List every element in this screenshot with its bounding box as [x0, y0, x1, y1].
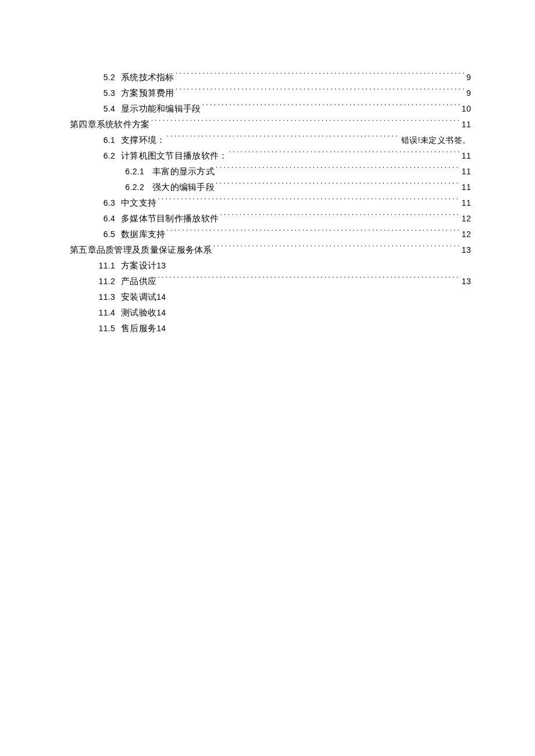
toc-entry-page: 13: [461, 242, 471, 258]
toc-entry-title: 数据库支持: [121, 227, 166, 242]
toc-entry-title: 售后服务: [121, 321, 156, 336]
toc-entry[interactable]: 第四章系统软件方案11: [70, 117, 471, 132]
toc-entry-page: 10: [461, 101, 471, 117]
toc-entry-title: 方案设计: [121, 258, 156, 274]
document-page: 5.2系统技术指标95.3方案预算费用95.4显示功能和编辑手段10第四章系统软…: [0, 0, 535, 756]
toc-entry-page: 11: [461, 164, 471, 180]
toc-entry-page: 13: [461, 274, 471, 289]
toc-entry-title: 第五章品质管理及质量保证服务体系: [70, 242, 212, 258]
toc-entry-number: 6.4: [94, 211, 115, 227]
toc-entry-number: 11.3: [94, 289, 115, 305]
toc-dot-leader: [158, 198, 459, 206]
toc-dot-leader: [213, 245, 459, 253]
toc-dot-leader: [158, 276, 459, 285]
toc-entry-title: 测试验收: [121, 305, 156, 321]
toc-dot-leader: [167, 229, 459, 238]
toc-entry-number: 6.3: [94, 195, 115, 211]
toc-entry-number: 6.5: [94, 227, 115, 242]
toc-entry-page: 11: [461, 117, 471, 132]
toc-entry-error: 错误!未定义书签。: [400, 132, 471, 148]
toc-entry[interactable]: 6.2.1丰富的显示方式11: [70, 164, 471, 180]
toc-entry-number: 6.2.1: [120, 164, 144, 180]
toc-entry[interactable]: 6.3中文支持11: [70, 195, 471, 211]
toc-entry-number: 11.1: [94, 258, 115, 274]
toc-entry-title: 多媒体节目制作播放软件: [121, 211, 219, 227]
toc-dot-leader: [220, 213, 459, 222]
toc-dot-leader: [151, 119, 459, 128]
toc-entry-title: 中文支持: [121, 195, 156, 211]
toc-entry[interactable]: 6.1支撑环境：错误!未定义书签。: [70, 132, 471, 148]
table-of-contents: 5.2系统技术指标95.3方案预算费用95.4显示功能和编辑手段10第四章系统软…: [70, 70, 471, 336]
toc-entry[interactable]: 11.4测试验收14: [70, 305, 471, 321]
toc-entry[interactable]: 11.1方案设计13: [70, 258, 471, 274]
toc-entry-title: 丰富的显示方式: [152, 164, 215, 180]
toc-entry-title: 第四章系统软件方案: [70, 117, 150, 132]
toc-dot-leader: [176, 88, 464, 96]
toc-entry-title: 显示功能和编辑手段: [121, 101, 201, 117]
toc-dot-leader: [216, 182, 459, 191]
toc-entry-page: 11: [461, 180, 471, 195]
toc-entry[interactable]: 11.3安装调试14: [70, 289, 471, 305]
toc-entry[interactable]: 6.2.2强大的编辑手段11: [70, 180, 471, 195]
toc-entry[interactable]: 6.5数据库支持12: [70, 227, 471, 242]
toc-dot-leader: [176, 72, 464, 81]
toc-entry-page: 11: [461, 148, 471, 164]
toc-entry[interactable]: 5.4显示功能和编辑手段10: [70, 101, 471, 117]
toc-entry-number: 6.2: [94, 148, 115, 164]
toc-entry[interactable]: 6.2计算机图文节目播放软件：11: [70, 148, 471, 164]
toc-entry[interactable]: 11.2产品供应13: [70, 274, 471, 289]
toc-dot-leader: [167, 135, 399, 144]
toc-entry-page: 13: [156, 258, 166, 274]
toc-entry-page: 14: [156, 321, 166, 336]
toc-dot-leader: [229, 151, 459, 159]
toc-entry-number: 6.1: [94, 132, 115, 148]
toc-entry-number: 11.2: [94, 274, 115, 289]
toc-dot-leader: [202, 103, 459, 112]
toc-entry-title: 计算机图文节目播放软件：: [121, 148, 228, 164]
toc-entry-number: 5.4: [94, 101, 115, 117]
toc-dot-leader: [216, 166, 459, 175]
toc-entry-number: 11.5: [94, 321, 115, 336]
toc-entry-title: 强大的编辑手段: [152, 180, 215, 195]
toc-entry-page: 11: [461, 195, 471, 211]
toc-entry-title: 系统技术指标: [121, 70, 174, 85]
toc-entry[interactable]: 11.5售后服务14: [70, 321, 471, 336]
toc-entry-page: 9: [465, 85, 471, 101]
toc-entry[interactable]: 6.4多媒体节目制作播放软件12: [70, 211, 471, 227]
toc-entry[interactable]: 5.2系统技术指标9: [70, 70, 471, 85]
toc-entry-number: 5.2: [94, 70, 115, 85]
toc-entry-page: 14: [156, 305, 166, 321]
toc-entry-number: 6.2.2: [120, 180, 144, 195]
toc-entry-page: 9: [465, 70, 471, 85]
toc-entry-page: 14: [156, 289, 166, 305]
toc-entry[interactable]: 5.3方案预算费用9: [70, 85, 471, 101]
toc-entry-number: 11.4: [94, 305, 115, 321]
toc-entry-title: 方案预算费用: [121, 85, 174, 101]
toc-entry-page: 12: [461, 227, 471, 242]
toc-entry-number: 5.3: [94, 85, 115, 101]
toc-entry-title: 产品供应: [121, 274, 156, 289]
toc-entry-page: 12: [461, 211, 471, 227]
toc-entry[interactable]: 第五章品质管理及质量保证服务体系13: [70, 242, 471, 258]
toc-entry-title: 安装调试: [121, 289, 156, 305]
toc-entry-title: 支撑环境：: [121, 132, 166, 148]
